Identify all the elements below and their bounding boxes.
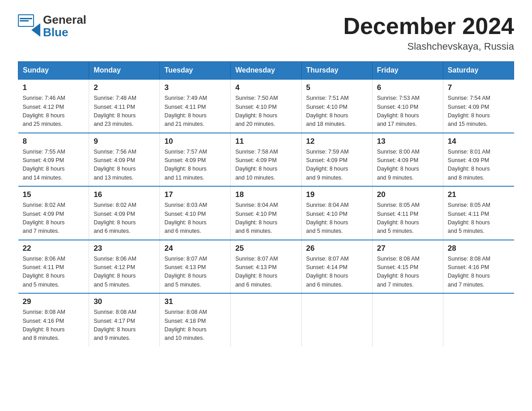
day-number: 18	[235, 190, 296, 199]
table-row: 3 Sunrise: 7:49 AMSunset: 4:11 PMDayligh…	[160, 79, 231, 133]
day-number: 30	[94, 297, 155, 306]
day-number: 4	[235, 83, 296, 92]
table-row	[372, 293, 443, 347]
day-info: Sunrise: 8:08 AMSunset: 4:17 PMDaylight:…	[94, 309, 136, 341]
location-subtitle: Slashchevskaya, Russia	[343, 41, 514, 52]
day-number: 20	[377, 190, 438, 199]
svg-rect-3	[20, 20, 29, 21]
logo-icon	[18, 14, 40, 37]
month-year-title: December 2024	[343, 13, 514, 39]
calendar-week-row: 29 Sunrise: 8:08 AMSunset: 4:16 PMDaylig…	[18, 293, 514, 347]
col-monday: Monday	[89, 62, 160, 80]
table-row: 15 Sunrise: 8:02 AMSunset: 4:09 PMDaylig…	[18, 186, 89, 240]
day-info: Sunrise: 8:05 AMSunset: 4:11 PMDaylight:…	[448, 202, 490, 234]
table-row: 17 Sunrise: 8:03 AMSunset: 4:10 PMDaylig…	[160, 186, 231, 240]
table-row: 24 Sunrise: 8:07 AMSunset: 4:13 PMDaylig…	[160, 240, 231, 294]
svg-rect-2	[20, 18, 32, 19]
day-number: 31	[164, 297, 226, 306]
day-number: 1	[23, 83, 85, 92]
table-row: 7 Sunrise: 7:54 AMSunset: 4:09 PMDayligh…	[443, 79, 514, 133]
day-info: Sunrise: 7:49 AMSunset: 4:11 PMDaylight:…	[164, 95, 207, 127]
day-info: Sunrise: 8:06 AMSunset: 4:12 PMDaylight:…	[94, 256, 136, 288]
day-info: Sunrise: 8:02 AMSunset: 4:09 PMDaylight:…	[94, 202, 136, 234]
day-info: Sunrise: 8:02 AMSunset: 4:09 PMDaylight:…	[23, 202, 65, 234]
day-number: 5	[306, 83, 368, 92]
table-row: 23 Sunrise: 8:06 AMSunset: 4:12 PMDaylig…	[89, 240, 160, 294]
day-number: 15	[23, 190, 85, 199]
day-number: 8	[23, 137, 85, 146]
table-row	[301, 293, 372, 347]
calendar-week-row: 15 Sunrise: 8:02 AMSunset: 4:09 PMDaylig…	[18, 186, 514, 240]
day-number: 13	[377, 137, 438, 146]
day-number: 29	[23, 297, 85, 306]
table-row: 28 Sunrise: 8:08 AMSunset: 4:16 PMDaylig…	[443, 240, 514, 294]
day-number: 25	[235, 244, 296, 253]
table-row: 14 Sunrise: 8:01 AMSunset: 4:09 PMDaylig…	[443, 133, 514, 187]
day-info: Sunrise: 8:01 AMSunset: 4:09 PMDaylight:…	[448, 149, 490, 181]
day-info: Sunrise: 8:07 AMSunset: 4:13 PMDaylight:…	[235, 256, 278, 288]
page-header: General Blue December 2024 Slashchevskay…	[18, 13, 514, 52]
table-row: 26 Sunrise: 8:07 AMSunset: 4:14 PMDaylig…	[301, 240, 372, 294]
day-info: Sunrise: 7:59 AMSunset: 4:09 PMDaylight:…	[306, 149, 349, 181]
table-row: 5 Sunrise: 7:51 AMSunset: 4:10 PMDayligh…	[301, 79, 372, 133]
calendar-header-row: Sunday Monday Tuesday Wednesday Thursday…	[18, 62, 514, 80]
day-info: Sunrise: 7:48 AMSunset: 4:11 PMDaylight:…	[94, 95, 136, 127]
table-row	[231, 293, 301, 347]
table-row: 9 Sunrise: 7:56 AMSunset: 4:09 PMDayligh…	[89, 133, 160, 187]
day-info: Sunrise: 7:55 AMSunset: 4:09 PMDaylight:…	[23, 149, 65, 181]
calendar-table: Sunday Monday Tuesday Wednesday Thursday…	[18, 61, 514, 347]
table-row: 27 Sunrise: 8:08 AMSunset: 4:15 PMDaylig…	[372, 240, 443, 294]
table-row: 22 Sunrise: 8:06 AMSunset: 4:11 PMDaylig…	[18, 240, 89, 294]
day-number: 22	[23, 244, 85, 253]
day-info: Sunrise: 7:58 AMSunset: 4:09 PMDaylight:…	[235, 149, 278, 181]
day-number: 19	[306, 190, 368, 199]
logo-blue-text: Blue	[43, 26, 86, 38]
day-number: 28	[448, 244, 510, 253]
table-row: 1 Sunrise: 7:46 AMSunset: 4:12 PMDayligh…	[18, 79, 89, 133]
title-block: December 2024 Slashchevskaya, Russia	[343, 13, 514, 52]
day-info: Sunrise: 7:57 AMSunset: 4:09 PMDaylight:…	[164, 149, 207, 181]
day-info: Sunrise: 8:07 AMSunset: 4:13 PMDaylight:…	[164, 256, 207, 288]
day-number: 24	[164, 244, 226, 253]
table-row: 25 Sunrise: 8:07 AMSunset: 4:13 PMDaylig…	[231, 240, 301, 294]
day-number: 26	[306, 244, 368, 253]
table-row: 16 Sunrise: 8:02 AMSunset: 4:09 PMDaylig…	[89, 186, 160, 240]
col-saturday: Saturday	[443, 62, 514, 80]
day-number: 12	[306, 137, 368, 146]
day-info: Sunrise: 8:06 AMSunset: 4:11 PMDaylight:…	[23, 256, 65, 288]
table-row: 6 Sunrise: 7:53 AMSunset: 4:10 PMDayligh…	[372, 79, 443, 133]
day-info: Sunrise: 8:08 AMSunset: 4:18 PMDaylight:…	[164, 309, 207, 341]
day-info: Sunrise: 7:53 AMSunset: 4:10 PMDaylight:…	[377, 95, 420, 127]
table-row: 8 Sunrise: 7:55 AMSunset: 4:09 PMDayligh…	[18, 133, 89, 187]
table-row: 4 Sunrise: 7:50 AMSunset: 4:10 PMDayligh…	[231, 79, 301, 133]
day-info: Sunrise: 8:04 AMSunset: 4:10 PMDaylight:…	[235, 202, 278, 234]
day-number: 3	[164, 83, 226, 92]
table-row	[443, 293, 514, 347]
day-number: 6	[377, 83, 438, 92]
table-row: 2 Sunrise: 7:48 AMSunset: 4:11 PMDayligh…	[89, 79, 160, 133]
table-row: 30 Sunrise: 8:08 AMSunset: 4:17 PMDaylig…	[89, 293, 160, 347]
calendar-week-row: 8 Sunrise: 7:55 AMSunset: 4:09 PMDayligh…	[18, 133, 514, 187]
day-number: 17	[164, 190, 226, 199]
day-number: 7	[448, 83, 510, 92]
day-info: Sunrise: 8:05 AMSunset: 4:11 PMDaylight:…	[377, 202, 420, 234]
day-number: 23	[94, 244, 155, 253]
day-info: Sunrise: 7:51 AMSunset: 4:10 PMDaylight:…	[306, 95, 349, 127]
table-row: 31 Sunrise: 8:08 AMSunset: 4:18 PMDaylig…	[160, 293, 231, 347]
col-friday: Friday	[372, 62, 443, 80]
table-row: 10 Sunrise: 7:57 AMSunset: 4:09 PMDaylig…	[160, 133, 231, 187]
day-number: 2	[94, 83, 155, 92]
day-info: Sunrise: 7:56 AMSunset: 4:09 PMDaylight:…	[94, 149, 136, 181]
day-number: 9	[94, 137, 155, 146]
day-info: Sunrise: 8:04 AMSunset: 4:10 PMDaylight:…	[306, 202, 349, 234]
day-info: Sunrise: 8:00 AMSunset: 4:09 PMDaylight:…	[377, 149, 420, 181]
day-number: 21	[448, 190, 510, 199]
day-number: 10	[164, 137, 226, 146]
day-number: 11	[235, 137, 296, 146]
table-row: 18 Sunrise: 8:04 AMSunset: 4:10 PMDaylig…	[231, 186, 301, 240]
day-info: Sunrise: 7:46 AMSunset: 4:12 PMDaylight:…	[23, 95, 65, 127]
table-row: 12 Sunrise: 7:59 AMSunset: 4:09 PMDaylig…	[301, 133, 372, 187]
day-info: Sunrise: 7:54 AMSunset: 4:09 PMDaylight:…	[448, 95, 490, 127]
calendar-week-row: 1 Sunrise: 7:46 AMSunset: 4:12 PMDayligh…	[18, 79, 514, 133]
col-thursday: Thursday	[301, 62, 372, 80]
